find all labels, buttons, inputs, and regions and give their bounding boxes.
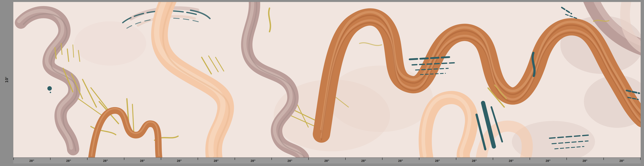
ruler-panel: 28" — [50, 158, 87, 164]
ruler-tick — [530, 158, 530, 160]
height-label: 10' — [4, 77, 9, 83]
panel-width-label: 28" — [103, 159, 108, 163]
ruler-tick — [345, 158, 346, 160]
mural-canvas — [13, 2, 641, 158]
ruler-panel: 28" — [198, 158, 234, 164]
panel-width-label: 28" — [472, 159, 477, 163]
ruler-tick — [308, 158, 309, 160]
ruler-tick — [234, 158, 235, 160]
panel-width-label: 28" — [546, 159, 550, 163]
ruler-tick — [640, 158, 641, 160]
panel-width-label: 28" — [288, 159, 292, 163]
ruler-tick — [456, 158, 456, 160]
panel-width-label: 28" — [140, 159, 145, 163]
ruler-panel: 28" — [161, 158, 198, 164]
brush-stroke-terracotta-small — [92, 109, 159, 158]
panel-width-label: 28" — [582, 159, 587, 163]
mural-artwork — [13, 2, 641, 158]
panel-width-label: 28" — [214, 159, 218, 163]
teal-splatter-dot — [47, 86, 52, 93]
ruler-tick — [493, 158, 493, 160]
ruler-panel: 28" — [493, 158, 530, 164]
ruler-panel: 28" — [530, 158, 566, 164]
panel-width-label: 28" — [177, 159, 182, 163]
ruler-tick — [13, 158, 14, 160]
ruler-tick — [419, 158, 419, 160]
ruler-tick — [87, 158, 88, 160]
panel-width-label: 28" — [619, 159, 624, 163]
ruler-panel: 28" — [566, 158, 603, 164]
ruler-tick — [604, 158, 604, 160]
ruler-panel: 28" — [234, 158, 272, 164]
panel-width-label: 28" — [324, 159, 329, 163]
brush-stroke-peach-large — [157, 2, 229, 158]
ruler-tick — [272, 158, 272, 160]
ruler-panel: 28" — [308, 158, 345, 164]
ruler-panel: 28" — [382, 158, 419, 164]
ruler-tick — [124, 158, 124, 160]
ruler-panel: 28" — [419, 158, 456, 164]
panel-width-label: 28" — [66, 159, 71, 163]
ruler-tick — [50, 158, 50, 160]
panel-width-label: 28" — [361, 159, 366, 163]
ruler-panel: 28" — [13, 158, 50, 164]
ruler-panel: 28" — [604, 158, 640, 164]
height-ruler: 10' — [0, 2, 13, 158]
width-ruler: 28"28"28"28"28"28"28"28"28"28"28"28"28"2… — [13, 158, 641, 164]
panel-width-label: 28" — [29, 159, 34, 163]
ruler-panel: 28" — [124, 158, 161, 164]
panel-width-label: 28" — [435, 159, 440, 163]
panel-width-label: 28" — [509, 159, 514, 163]
ruler-panel: 28" — [456, 158, 493, 164]
mural-preview-stage: 10' — [0, 0, 644, 166]
ruler-panel: 28" — [87, 158, 124, 164]
ruler-tick — [161, 158, 161, 160]
ruler-tick — [566, 158, 567, 160]
ruler-tick — [382, 158, 382, 160]
ruler-tick — [198, 158, 198, 160]
brush-stroke-peach-right — [423, 96, 527, 158]
panel-width-label: 28" — [398, 159, 403, 163]
ruler-panel: 28" — [345, 158, 382, 164]
ruler-panel: 28" — [272, 158, 308, 164]
panel-width-label: 28" — [250, 159, 256, 163]
